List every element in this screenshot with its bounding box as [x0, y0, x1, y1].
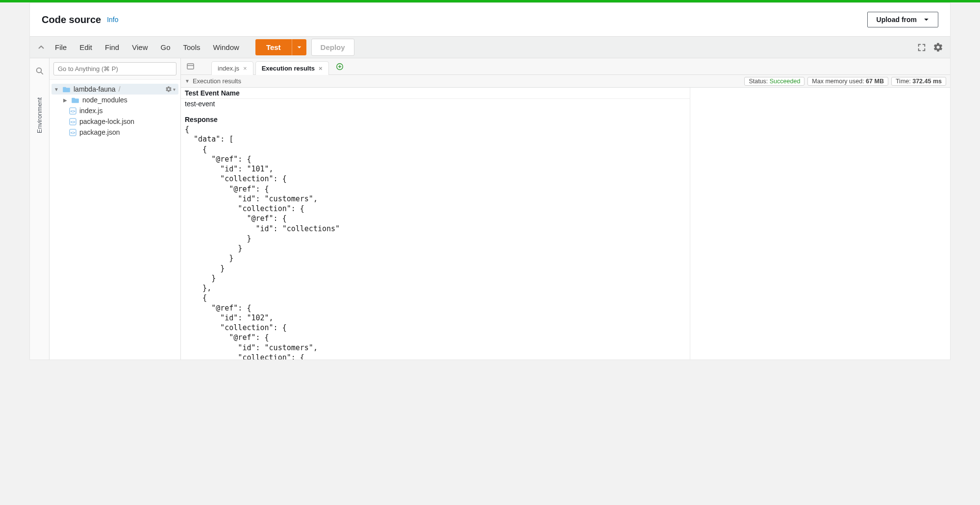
file-tree: ▼ lambda-fauna / ▾ ▶ node [50, 80, 180, 142]
tab-list-icon[interactable] [184, 63, 197, 70]
svg-text:<>: <> [70, 130, 75, 135]
time-chip: Time: 372.45 ms [891, 77, 946, 86]
svg-text:<>: <> [70, 109, 75, 114]
test-dropdown-button[interactable] [292, 39, 306, 55]
test-event-name-value: test-event [181, 99, 690, 113]
tree-item-folder[interactable]: ▶ node_modules [51, 95, 178, 105]
tree-item-file[interactable]: <> index.js [51, 105, 178, 116]
js-file-icon: <> [69, 107, 76, 115]
tree-root-label: lambda-fauna [74, 85, 116, 93]
tree-item-file[interactable]: <> package-lock.json [51, 116, 178, 127]
tree-item-file[interactable]: <> package.json [51, 127, 178, 138]
fullscreen-icon[interactable] [917, 43, 926, 52]
search-input[interactable] [53, 62, 176, 75]
deploy-button[interactable]: Deploy [311, 39, 354, 56]
ide-toolbar-right [917, 42, 943, 52]
test-button[interactable]: Test [255, 39, 292, 55]
tree-root-suffix: / [119, 85, 121, 93]
chevron-down-icon: ▼ [53, 87, 59, 92]
time-label: Time: [896, 78, 911, 85]
svg-point-0 [36, 68, 41, 73]
tree-item-label: package.json [79, 128, 120, 136]
search-icon[interactable] [35, 62, 44, 80]
execution-status-bar: ▼ Execution results Status: Succeeded Ma… [181, 75, 950, 88]
folder-icon [71, 97, 79, 103]
ide-body: Environment ▼ lambda-fauna / ▾ [30, 58, 950, 360]
menu-edit[interactable]: Edit [73, 40, 99, 54]
menu-tools[interactable]: Tools [176, 40, 206, 54]
js-file-icon: <> [69, 129, 76, 136]
environment-tab[interactable]: Environment [36, 93, 43, 138]
chevron-down-icon[interactable]: ▼ [185, 78, 190, 84]
test-button-group: Test [255, 39, 306, 55]
menu-find[interactable]: Find [99, 40, 126, 54]
memory-label: Max memory used: [812, 78, 864, 85]
editor-area: index.js × Execution results × ▼ Executi… [181, 58, 950, 360]
section-header: Code source Info Upload from [30, 3, 950, 36]
collapse-menu-icon[interactable] [34, 46, 49, 49]
svg-line-1 [41, 72, 43, 74]
menu-file[interactable]: File [49, 40, 73, 54]
upload-from-label: Upload from [877, 16, 917, 24]
info-link[interactable]: Info [107, 16, 118, 24]
status-value: Succeeded [770, 78, 801, 85]
time-value: 372.45 ms [912, 78, 942, 85]
code-source-panel: Code source Info Upload from File Edit F… [29, 2, 951, 360]
folder-icon [62, 86, 71, 93]
upload-from-button[interactable]: Upload from [867, 12, 938, 27]
svg-text:<>: <> [70, 120, 75, 124]
tree-root[interactable]: ▼ lambda-fauna / ▾ [51, 84, 178, 95]
result-right-pane [690, 88, 950, 360]
result-left-pane: Test Event Name test-event Response { "d… [181, 88, 690, 360]
test-event-name-label: Test Event Name [181, 88, 690, 99]
status-chip: Status: Succeeded [744, 77, 804, 86]
section-title: Code source Info [42, 14, 119, 25]
svg-rect-8 [187, 64, 194, 69]
status-label: Status: [749, 78, 768, 85]
ide-menu-bar: File Edit Find View Go Tools Window Test… [30, 36, 950, 58]
add-tab-button[interactable] [336, 63, 344, 71]
close-icon[interactable]: × [319, 65, 323, 72]
result-area: Test Event Name test-event Response { "d… [181, 88, 950, 360]
memory-chip: Max memory used: 67 MB [807, 77, 888, 86]
search-row [50, 58, 180, 80]
execution-results-label: Execution results [193, 77, 241, 85]
response-body: { "data": [ { "@ref": { "id": "101", "co… [181, 123, 690, 360]
tree-item-label: package-lock.json [79, 118, 134, 125]
tab-label: Execution results [262, 65, 315, 72]
tab-index-js[interactable]: index.js × [211, 61, 253, 75]
response-label: Response [181, 113, 690, 123]
memory-value: 67 MB [866, 78, 884, 85]
section-title-text: Code source [42, 14, 101, 25]
menu-window[interactable]: Window [207, 40, 246, 54]
tab-label: index.js [218, 65, 239, 72]
close-icon[interactable]: × [243, 65, 247, 72]
tab-execution-results[interactable]: Execution results × [255, 61, 329, 75]
tree-item-label: index.js [79, 107, 102, 115]
menu-go[interactable]: Go [154, 40, 176, 54]
caret-down-icon [924, 18, 929, 22]
gear-icon[interactable] [933, 42, 943, 52]
menu: File Edit Find View Go Tools Window [49, 40, 246, 54]
file-explorer: ▼ lambda-fauna / ▾ ▶ node [50, 58, 181, 360]
tree-item-label: node_modules [82, 96, 127, 104]
tree-settings-icon[interactable]: ▾ [165, 86, 176, 93]
editor-tabs: index.js × Execution results × [181, 58, 950, 75]
js-file-icon: <> [69, 118, 76, 125]
menu-view[interactable]: View [126, 40, 154, 54]
chevron-right-icon: ▶ [62, 97, 68, 103]
activity-bar: Environment [30, 58, 50, 360]
